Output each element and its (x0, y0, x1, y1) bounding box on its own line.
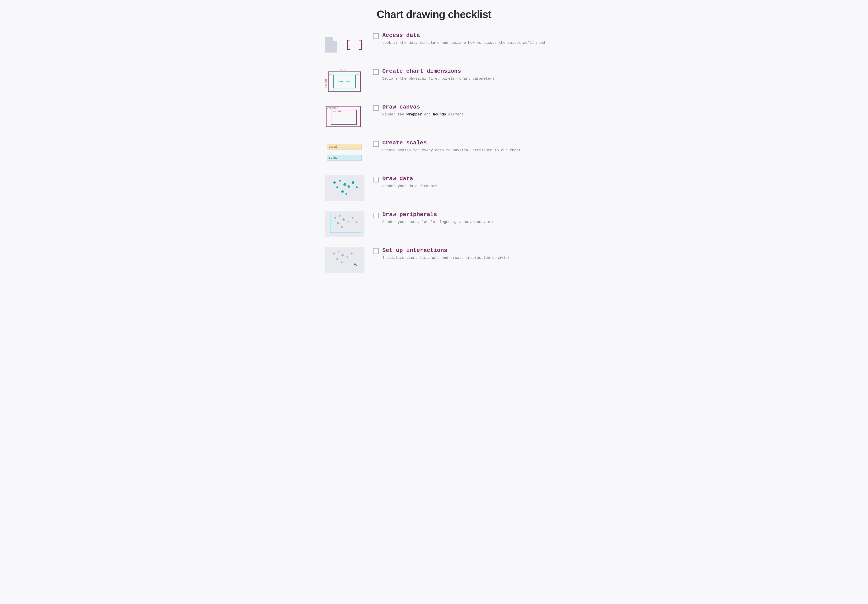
bounds-label: bounds (332, 110, 341, 113)
checklist: → [ ] Access data Look at the data struc… (322, 31, 546, 274)
list-item: wrapper bounds Draw canvas Render the wr… (322, 102, 546, 131)
item-content-peripherals: Draw peripherals Render your axes, label… (382, 211, 546, 225)
item-content-access-data: Access data Look at the data structure a… (382, 32, 546, 46)
data-dot-grey (334, 217, 336, 219)
file-icon (325, 37, 337, 53)
item-content-interactions: Set up interactions Initialize event lis… (382, 247, 546, 261)
item-title: Draw data (382, 175, 546, 182)
data-dot (339, 180, 341, 182)
item-content-canvas: Draw canvas Render the wrapper and bound… (382, 104, 546, 117)
item-title: Set up interactions (382, 247, 546, 253)
list-item: Draw data Render your data elements (322, 174, 546, 202)
data-dot (352, 181, 354, 184)
bracket-icon: [ ] (345, 39, 364, 50)
list-item: domain ↓ ↓ range Create scales Create sc… (322, 138, 546, 166)
data-dot (341, 190, 344, 193)
item-title: Draw canvas (382, 104, 546, 110)
arrow-icon: → (339, 42, 343, 48)
illustration-dimensions: width height margins (322, 67, 367, 95)
domain-bar: domain (327, 144, 362, 149)
data-dot-grey (337, 222, 339, 224)
item-content-scales: Create scales Create scales for every da… (382, 140, 546, 153)
arrow-down-left: ↓ (335, 150, 337, 154)
data-dot-grey (350, 253, 353, 255)
item-title: Create chart dimensions (382, 68, 546, 75)
checkbox-dimensions[interactable] (373, 69, 379, 75)
check-area: Set up interactions Initialize event lis… (373, 245, 546, 261)
data-dot (346, 193, 347, 195)
item-desc: Initialize event listeners and create in… (382, 255, 546, 261)
margins-label: margins (338, 80, 350, 83)
illustration-scales: domain ↓ ↓ range (322, 138, 367, 166)
peripherals-bg (325, 211, 364, 237)
width-label: width (340, 68, 348, 71)
list-item: → [ ] Access data Look at the data struc… (322, 31, 546, 59)
checkbox-scales[interactable] (373, 141, 379, 147)
check-area: Draw canvas Render the wrapper and bound… (373, 102, 546, 117)
range-bar: range (327, 155, 362, 160)
checkbox-interactions[interactable] (373, 248, 379, 254)
item-desc: Declare the physical (i.e. pixels) chart… (382, 76, 546, 81)
item-content-dimensions: Create chart dimensions Declare the phys… (382, 68, 546, 81)
data-bg (325, 175, 364, 201)
data-dot-grey (352, 217, 353, 219)
data-dot (343, 183, 346, 186)
data-dot-grey (339, 215, 341, 217)
item-title: Create scales (382, 140, 546, 146)
illustration-draw-data (322, 174, 367, 202)
checkbox-access-data[interactable] (373, 33, 379, 39)
illustration-access-data: → [ ] (322, 31, 367, 59)
scale-arrows: ↓ ↓ (327, 150, 362, 154)
data-dot-grey (347, 221, 349, 222)
item-title: Draw peripherals (382, 211, 546, 218)
item-content-draw-data: Draw data Render your data elements (382, 175, 546, 189)
height-label: height (324, 79, 327, 88)
check-area: Draw data Render your data elements (373, 174, 546, 189)
bounds-bold: bounds (433, 112, 446, 116)
data-dot-grey (336, 258, 338, 260)
page-title: Chart drawing checklist (12, 8, 856, 20)
data-dot (333, 181, 336, 184)
data-dot-grey (343, 218, 345, 221)
list-item: Draw peripherals Render your axes, label… (322, 210, 546, 238)
item-desc: Create scales for every data-to-physical… (382, 148, 546, 153)
wrapper-label: wrapper (327, 107, 338, 110)
item-desc: Look at the data structure and declare h… (382, 40, 546, 46)
check-area: Create scales Create scales for every da… (373, 138, 546, 153)
data-dot (336, 186, 338, 188)
data-dot (356, 186, 358, 188)
item-desc: Render your data elements (382, 183, 546, 189)
item-desc: Render the wrapper and bounds element (382, 112, 546, 117)
data-dot-grey (341, 261, 343, 263)
item-title: Access data (382, 32, 546, 39)
list-item: ↖ Set up interactions Initialize event l… (322, 245, 546, 274)
data-dot-grey (338, 251, 339, 253)
data-dot-grey (333, 253, 335, 255)
data-dot-grey (341, 254, 344, 256)
data-dot-grey (356, 221, 357, 223)
check-area: Create chart dimensions Declare the phys… (373, 67, 546, 81)
checkbox-peripherals[interactable] (373, 213, 379, 218)
data-dot (347, 185, 350, 188)
tick-left (328, 75, 332, 75)
data-dot-grey (341, 226, 343, 228)
inner-rect: margins (333, 75, 356, 88)
arrow-down-right: ↓ (352, 150, 354, 154)
check-area: Draw peripherals Render your axes, label… (373, 210, 546, 225)
illustration-canvas: wrapper bounds (322, 102, 367, 131)
data-dot-grey (346, 256, 348, 258)
item-desc: Render your axes, labels, legends, annot… (382, 219, 546, 225)
tick-right (356, 75, 359, 75)
cursor-icon: ↖ (354, 260, 358, 269)
interactions-bg: ↖ (325, 247, 364, 273)
axis-bottom (330, 233, 361, 233)
wrapper-bold: wrapper (406, 112, 422, 116)
axis-left (330, 213, 330, 233)
illustration-peripherals (322, 210, 367, 238)
check-area: Access data Look at the data structure a… (373, 31, 546, 46)
checkbox-canvas[interactable] (373, 105, 379, 111)
list-item: width height margins Create chart dimens… (322, 67, 546, 95)
checkbox-draw-data[interactable] (373, 177, 379, 182)
illustration-interactions: ↖ (322, 245, 367, 274)
